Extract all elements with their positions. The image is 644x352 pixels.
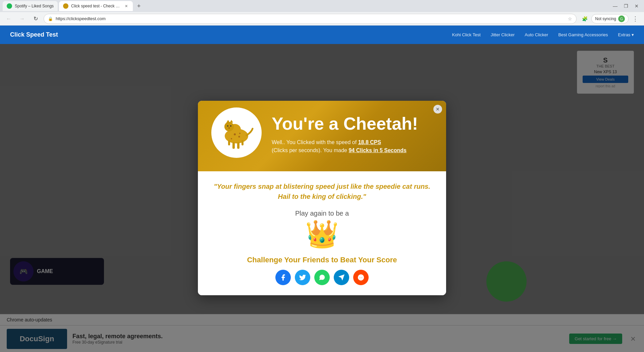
tab-label-clickspeed: Click speed test - Check Clicks p [71, 4, 121, 8]
svg-point-13 [228, 128, 230, 129]
modal-subtitle: Well.. You Clicked with the speed of 18.… [272, 138, 433, 155]
new-tab-button[interactable]: + [134, 1, 144, 11]
result-modal: ✕ [198, 101, 446, 295]
url-text: https://clickspeedtest.com [56, 16, 565, 21]
site-nav: Kohi Click Test Jitter Clicker Auto Clic… [452, 32, 634, 37]
modal-header: ✕ [198, 101, 446, 171]
nav-extras[interactable]: Extras ▾ [618, 32, 634, 37]
back-button[interactable]: ← [3, 13, 14, 24]
lock-icon: 🔒 [48, 16, 53, 21]
reload-button[interactable]: ↻ [30, 13, 41, 24]
whatsapp-share-button[interactable] [314, 270, 330, 285]
play-again-text: Play again to be a [211, 210, 433, 217]
modal-header-text: You're a Cheetah! Well.. You Clicked wit… [272, 114, 433, 154]
tab-favicon-spotify [7, 3, 12, 9]
minimize-button[interactable]: — [610, 1, 620, 11]
subtitle-line1: Well.. You Clicked with the speed of [272, 139, 358, 145]
tab-spotify[interactable]: Spotify – Liked Songs [3, 1, 58, 11]
svg-point-5 [231, 138, 232, 139]
cps-value: 18.8 CPS [358, 139, 381, 145]
crown-icon: 👑 [211, 221, 433, 248]
profile-avatar: G [618, 15, 625, 22]
forward-button[interactable]: → [17, 13, 28, 24]
site-navbar: Click Speed Test Kohi Click Test Jitter … [0, 26, 644, 44]
restore-button[interactable]: ❐ [621, 1, 631, 11]
close-button[interactable]: ✕ [632, 1, 641, 11]
nav-accessories[interactable]: Best Gaming Accessories [558, 32, 608, 37]
browser-frame: Spotify – Liked Songs Click speed test -… [0, 0, 644, 352]
site-logo: Click Speed Test [10, 31, 58, 38]
svg-point-3 [234, 133, 236, 135]
svg-rect-9 [241, 140, 244, 145]
window-controls: — ❐ ✕ [610, 1, 641, 11]
modal-body: "Your fingers snap at blistering speed j… [198, 171, 446, 295]
svg-point-2 [224, 122, 234, 131]
site-body: 🎮 GAME S THE BEST New XPS 13 View Deals … [0, 44, 644, 352]
svg-marker-15 [230, 120, 233, 123]
modal-close-button[interactable]: ✕ [433, 105, 442, 114]
clicks-highlight: 94 Clicks in 5 Seconds [348, 147, 407, 153]
nav-auto[interactable]: Auto Clicker [525, 32, 548, 37]
svg-marker-14 [226, 120, 230, 123]
page-content: Click Speed Test Kohi Click Test Jitter … [0, 26, 644, 352]
not-syncing-label: Not syncing [595, 16, 616, 21]
tab-favicon-clickspeed [63, 3, 68, 9]
cheetah-image-circle [211, 107, 262, 158]
star-icon[interactable]: ☆ [568, 16, 572, 21]
tab-close-clickspeed[interactable]: ✕ [123, 3, 129, 9]
svg-point-18 [362, 277, 362, 278]
svg-point-4 [238, 136, 240, 138]
toolbar-actions: 🧩 Not syncing G ⋮ [579, 13, 641, 24]
subtitle-line2: (Clicks per seconds). You made [272, 147, 348, 153]
quote-text: "Your fingers snap at blistering speed j… [211, 181, 433, 202]
cheetah-svg [216, 113, 257, 153]
tab-label-spotify: Spotify – Liked Songs [15, 4, 54, 8]
svg-point-11 [227, 125, 228, 127]
svg-rect-8 [237, 142, 239, 149]
address-bar[interactable]: 🔒 https://clickspeedtest.com ☆ [44, 14, 577, 24]
svg-rect-7 [232, 142, 235, 149]
modal-title-bold: Cheetah! [343, 114, 418, 133]
svg-point-12 [230, 125, 231, 127]
svg-point-17 [360, 277, 360, 278]
browser-titlebar: Spotify – Liked Songs Click speed test -… [0, 0, 644, 12]
nav-kohi[interactable]: Kohi Click Test [452, 32, 481, 37]
modal-title-prefix: You're a [272, 114, 343, 133]
modal-overlay: ✕ [0, 44, 644, 352]
svg-point-6 [239, 133, 240, 134]
tab-clickspeed[interactable]: Click speed test - Check Clicks p ✕ [59, 1, 133, 11]
svg-rect-10 [228, 140, 230, 145]
svg-point-16 [358, 274, 364, 280]
browser-menu-button[interactable]: ⋮ [630, 13, 641, 24]
twitter-share-button[interactable] [295, 270, 310, 285]
extensions-icon[interactable]: 🧩 [579, 13, 590, 24]
telegram-share-button[interactable] [334, 270, 349, 285]
modal-title: You're a Cheetah! [272, 114, 433, 133]
browser-toolbar: ← → ↻ 🔒 https://clickspeedtest.com ☆ 🧩 N… [0, 12, 644, 26]
challenge-text: Challenge Your Friends to Beat Your Scor… [211, 256, 433, 264]
play-again-section: Play again to be a 👑 [211, 210, 433, 248]
facebook-share-button[interactable] [275, 270, 291, 285]
nav-jitter[interactable]: Jitter Clicker [491, 32, 515, 37]
reddit-share-button[interactable] [353, 270, 369, 285]
social-buttons [211, 270, 433, 285]
not-syncing-button[interactable]: Not syncing G [591, 14, 629, 24]
